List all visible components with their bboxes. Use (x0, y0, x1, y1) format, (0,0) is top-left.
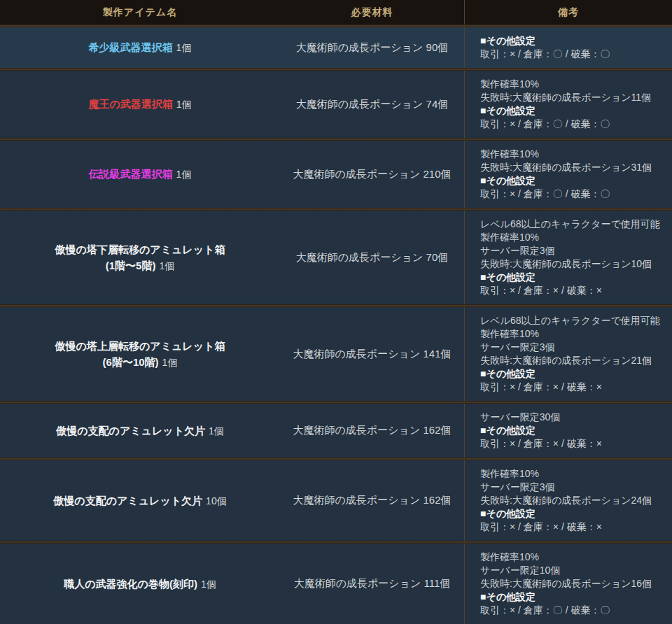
item-name-cell: 傲慢の塔上層転移のアミュレット箱 (6階〜10階)1個 (0, 307, 280, 401)
note-line: 製作確率10% (480, 467, 666, 481)
item-name: 傲慢の支配のアミュレット欠片 (56, 425, 205, 437)
note-line: 取引：× / 倉庫：× / 破棄：× (480, 437, 666, 451)
note-line: サーバー限定30個 (480, 411, 666, 424)
item-name-block: 傲慢の塔下層転移のアミュレット箱 (1階〜5階)1個 (55, 241, 225, 274)
note-line: 取引：× / 倉庫：× / 破棄：× (480, 520, 666, 534)
item-name-line1: 傲慢の塔下層転移のアミュレット箱 (55, 241, 225, 257)
note-line: 取引：× / 倉庫：〇 / 破棄：〇 (480, 604, 666, 617)
note-line: 取引：× / 倉庫：× / 破棄：× (480, 284, 666, 297)
item-name-floor-range: (6階〜10階) (103, 356, 159, 368)
table-body: 希少級武器選択箱1個 大魔術師の成長ポーション 90個 ■その他設定取引：× /… (0, 27, 672, 624)
item-quantity: 1個 (159, 260, 174, 271)
item-name: 傲慢の塔上層転移のアミュレット箱 (55, 340, 225, 352)
notes-section-label: ■その他設定 (480, 174, 666, 187)
note-line: 製作確率10% (480, 551, 666, 564)
table-header: 製作アイテム名 必要材料 備考 (0, 0, 672, 24)
item-name-line1: 伝説級武器選択箱1個 (89, 166, 192, 183)
material-cell: 大魔術師の成長ポーション 70個 (280, 211, 464, 304)
table-row: 傲慢の塔下層転移のアミュレット箱 (1階〜5階)1個 大魔術師の成長ポーション … (0, 211, 672, 304)
note-line: レベル68以上のキャラクターで使用可能 (480, 218, 666, 231)
item-name-block: 希少級武器選択箱1個 (89, 39, 192, 56)
material-cell: 大魔術師の成長ポーション 162個 (280, 404, 464, 458)
item-name-cell: 希少級武器選択箱1個 (0, 27, 280, 68)
material-cell: 大魔術師の成長ポーション 141個 (280, 307, 464, 401)
item-name-cell: 職人の武器強化の巻物(刻印)1個 (0, 544, 280, 624)
note-line: サーバー限定10個 (480, 564, 666, 577)
note-line: 失敗時:大魔術師の成長ポーション21個 (480, 354, 666, 367)
note-line: 失敗時:大魔術師の成長ポーション24個 (480, 494, 666, 507)
item-quantity: 1個 (162, 357, 178, 368)
notes-section-label: ■その他設定 (480, 271, 666, 284)
material-text: 大魔術師の成長ポーション 74個 (296, 98, 449, 111)
note-line: 取引：× / 倉庫：〇 / 破棄：〇 (480, 187, 666, 201)
craft-item-table: 製作アイテム名 必要材料 備考 希少級武器選択箱1個 大魔術師の成長ポーション … (0, 0, 672, 624)
table-row: 傲慢の塔上層転移のアミュレット箱 (6階〜10階)1個 大魔術師の成長ポーション… (0, 307, 672, 401)
note-line: 失敗時:大魔術師の成長ポーション10個 (480, 257, 666, 271)
material-cell: 大魔術師の成長ポーション 74個 (280, 71, 464, 138)
item-name-line1: 希少級武器選択箱1個 (89, 39, 192, 56)
item-name-line1: 傲慢の塔上層転移のアミュレット箱 (55, 338, 225, 354)
table-row: 希少級武器選択箱1個 大魔術師の成長ポーション 90個 ■その他設定取引：× /… (0, 27, 672, 68)
note-line: 取引：× / 倉庫：〇 / 破棄：〇 (480, 118, 666, 131)
notes-section-label: ■その他設定 (480, 590, 666, 604)
note-line: サーバー限定3個 (480, 481, 666, 494)
item-name-block: 職人の武器強化の巻物(刻印)1個 (64, 576, 216, 593)
notes-cell: 製作確率10%サーバー限定3個失敗時:大魔術師の成長ポーション24個■その他設定… (464, 460, 672, 541)
item-quantity: 1個 (176, 169, 192, 180)
material-cell: 大魔術師の成長ポーション 162個 (280, 460, 464, 541)
item-name: 希少級武器選択箱 (89, 41, 173, 53)
table-row: 職人の武器強化の巻物(刻印)1個 大魔術師の成長ポーション 111個 製作確率1… (0, 544, 672, 624)
table-row: 傲慢の支配のアミュレット欠片1個 大魔術師の成長ポーション 162個 サーバー限… (0, 404, 672, 458)
item-name-cell: 伝説級武器選択箱1個 (0, 141, 280, 208)
item-name-line1: 職人の武器強化の巻物(刻印)1個 (64, 576, 216, 593)
table-row: 魔王の武器選択箱1個 大魔術師の成長ポーション 74個 製作確率10%失敗時:大… (0, 71, 672, 138)
note-line: 失敗時:大魔術師の成長ポーション31個 (480, 161, 666, 174)
notes-cell: 製作確率10%失敗時:大魔術師の成長ポーション31個■その他設定取引：× / 倉… (464, 141, 672, 208)
note-line: 製作確率10% (480, 327, 666, 341)
item-quantity: 1個 (201, 579, 216, 590)
item-name-cell: 魔王の武器選択箱1個 (0, 71, 280, 138)
item-name: 魔王の武器選択箱 (88, 98, 172, 110)
material-text: 大魔術師の成長ポーション 141個 (293, 348, 451, 361)
item-name-block: 傲慢の塔上層転移のアミュレット箱 (6階〜10階)1個 (55, 338, 225, 371)
header-materials: 必要材料 (280, 0, 464, 24)
item-name: 傲慢の塔下層転移のアミュレット箱 (55, 243, 225, 255)
material-cell: 大魔術師の成長ポーション 111個 (280, 544, 464, 624)
item-name-line1: 魔王の武器選択箱1個 (88, 96, 191, 113)
item-name-floor-range: (1階〜5階) (106, 260, 156, 271)
item-quantity: 1個 (176, 42, 192, 53)
note-line: 製作確率10% (480, 148, 666, 161)
material-text: 大魔術師の成長ポーション 90個 (296, 41, 449, 55)
note-line: レベル68以上のキャラクターで使用可能 (480, 314, 666, 327)
note-line: 製作確率10% (480, 231, 666, 244)
material-text: 大魔術師の成長ポーション 111個 (294, 577, 451, 590)
notes-cell: 製作確率10%失敗時:大魔術師の成長ポーション11個■その他設定取引：× / 倉… (464, 71, 672, 138)
note-line: 失敗時:大魔術師の成長ポーション16個 (480, 577, 666, 590)
notes-section-label: ■その他設定 (480, 367, 666, 381)
notes-cell: 製作確率10%サーバー限定10個失敗時:大魔術師の成長ポーション16個■その他設… (464, 544, 672, 624)
item-name-line1: 傲慢の支配のアミュレット欠片1個 (56, 423, 224, 439)
item-name: 伝説級武器選択箱 (89, 168, 173, 180)
item-name-line1: 傲慢の支配のアミュレット欠片10個 (53, 492, 226, 509)
item-quantity: 10個 (206, 495, 227, 506)
item-name: 職人の武器強化の巻物(刻印) (64, 578, 197, 590)
table-row: 伝説級武器選択箱1個 大魔術師の成長ポーション 210個 製作確率10%失敗時:… (0, 141, 672, 208)
note-line: サーバー限定3個 (480, 244, 666, 257)
material-cell: 大魔術師の成長ポーション 90個 (280, 27, 464, 68)
notes-cell: サーバー限定30個■その他設定取引：× / 倉庫：× / 破棄：× (464, 404, 672, 458)
item-name-cell: 傲慢の支配のアミュレット欠片1個 (0, 404, 280, 458)
material-text: 大魔術師の成長ポーション 162個 (293, 424, 451, 437)
item-quantity: 1個 (176, 99, 192, 110)
notes-section-label: ■その他設定 (480, 34, 666, 48)
item-name-cell: 傲慢の支配のアミュレット欠片10個 (0, 460, 280, 541)
notes-cell: ■その他設定取引：× / 倉庫：〇 / 破棄：〇 (464, 27, 672, 68)
notes-section-label: ■その他設定 (480, 507, 666, 520)
header-item-name: 製作アイテム名 (0, 0, 280, 24)
material-cell: 大魔術師の成長ポーション 210個 (280, 141, 464, 208)
item-name-block: 伝説級武器選択箱1個 (89, 166, 192, 183)
item-quantity: 1個 (209, 425, 224, 437)
item-name-block: 傲慢の支配のアミュレット欠片10個 (53, 492, 226, 509)
item-name-line2: (6階〜10階)1個 (55, 354, 225, 371)
item-name-block: 傲慢の支配のアミュレット欠片1個 (56, 423, 224, 439)
note-line: 失敗時:大魔術師の成長ポーション11個 (480, 91, 666, 104)
